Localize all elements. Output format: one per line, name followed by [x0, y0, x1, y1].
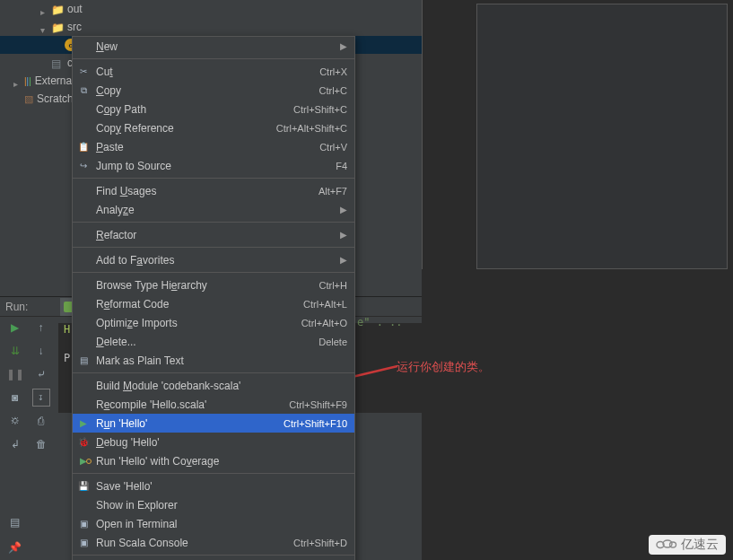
pin-icon[interactable]: 📌 — [6, 538, 24, 556]
menu-item-jump[interactable]: ↪Jump to SourceF4 — [73, 156, 354, 175]
scroll-button[interactable]: ↧ — [32, 389, 50, 407]
menu-label: Analyze — [96, 204, 340, 216]
editor-area[interactable] — [476, 4, 728, 269]
menu-item-save[interactable]: 💾Save 'Hello' — [73, 477, 354, 495]
arrow-right-icon — [13, 77, 21, 84]
menu-separator — [73, 473, 354, 474]
cloud-icon — [652, 538, 677, 553]
cut-icon: ✂ — [77, 66, 90, 78]
menu-shortcut: Ctrl+Shift+D — [293, 538, 347, 548]
submenu-arrow-icon: ▶ — [340, 205, 347, 214]
menu-item-refactor[interactable]: Refactor▶ — [73, 225, 354, 244]
menu-item-copypath[interactable]: Copy PathCtrl+Shift+C — [73, 100, 354, 118]
svg-point-4 — [670, 542, 676, 547]
menu-label: Jump to Source — [96, 160, 336, 172]
menu-label: Show in Explorer — [96, 499, 347, 512]
menu-label: Optimize Imports — [96, 317, 301, 329]
tree-item-out[interactable]: 📁 out — [0, 0, 422, 18]
save-icon: 💾 — [77, 480, 90, 493]
menu-label: Run 'Hello' with Coverage — [96, 455, 347, 468]
menu-item-reformat[interactable]: Reformat CodeCtrl+Alt+L — [73, 294, 354, 313]
menu-label: Debug 'Hello' — [96, 436, 347, 449]
menu-item-copy[interactable]: ⧉CopyCtrl+C — [73, 81, 354, 100]
menu-label: Run Scala Console — [96, 537, 293, 549]
up-button[interactable]: ↑ — [32, 319, 50, 337]
folder-icon: 📁 — [51, 4, 64, 14]
menu-item-optimize[interactable]: Optimize ImportsCtrl+Alt+O — [73, 313, 354, 332]
down-arrows-icon[interactable]: ⇊ — [6, 342, 24, 360]
menu-label: Mark as Plain Text — [96, 354, 347, 367]
menu-label: Open in Terminal — [96, 518, 347, 530]
arrow-down-icon — [40, 23, 48, 31]
menu-label: Copy Path — [96, 103, 293, 116]
menu-shortcut: Ctrl+C — [319, 85, 347, 96]
coverage-icon: ▶ — [77, 455, 90, 468]
gear-icon[interactable]: ⛭ — [6, 412, 24, 430]
menu-label: Add to Favorites — [96, 254, 340, 267]
down-button[interactable]: ↓ — [32, 342, 50, 360]
menu-item-new[interactable]: New▶ — [73, 37, 354, 56]
watermark: 亿速云 — [649, 535, 726, 555]
menu-item-cut[interactable]: ✂CutCtrl+X — [73, 62, 354, 81]
camera-icon[interactable]: ◙ — [6, 389, 24, 407]
menu-shortcut: Ctrl+Alt+O — [301, 318, 347, 328]
menu-item-explorer[interactable]: Show in Explorer — [73, 495, 354, 514]
menu-shortcut: Alt+F7 — [319, 186, 347, 197]
menu-label: Copy Reference — [96, 122, 276, 135]
tree-label: Externa — [35, 74, 72, 87]
console-string: e" . .. — [357, 316, 403, 328]
menu-shortcut: Ctrl+X — [319, 66, 347, 77]
menu-label: Save 'Hello' — [96, 480, 347, 493]
annotation-text: 运行你创建的类。 — [397, 359, 490, 375]
menu-label: Run 'Hello' — [96, 417, 284, 430]
debug-icon: 🐞 — [77, 436, 90, 449]
run-button[interactable]: ▶ — [6, 319, 24, 337]
menu-separator — [73, 272, 354, 273]
markplain-icon: ▤ — [77, 354, 90, 367]
menu-separator — [73, 178, 354, 179]
tree-label: out — [67, 3, 83, 15]
copy-icon: ⧉ — [77, 84, 90, 97]
tree-label: src — [67, 21, 82, 33]
menu-label: Paste — [96, 141, 319, 153]
pause-button[interactable]: ❚❚ — [6, 365, 24, 383]
scratch-icon: ▧ — [24, 93, 33, 105]
menu-item-delete[interactable]: Delete...Delete — [73, 332, 354, 351]
editor-panel — [422, 0, 733, 269]
print-icon[interactable]: ⎙ — [32, 412, 50, 430]
menu-item-markplain[interactable]: ▤Mark as Plain Text — [73, 351, 354, 370]
menu-label: Copy — [96, 84, 319, 97]
menu-item-coverage[interactable]: ▶Run 'Hello' with Coverage — [73, 451, 354, 470]
menu-item-terminal[interactable]: ▣Open in Terminal — [73, 514, 354, 533]
menu-item-scalaconsole[interactable]: ▣Run Scala ConsoleCtrl+Shift+D — [73, 533, 354, 552]
console-text: P — [64, 352, 70, 364]
menu-shortcut: Ctrl+V — [319, 142, 347, 153]
menu-item-copyref[interactable]: Copy ReferenceCtrl+Alt+Shift+C — [73, 118, 354, 137]
exit-icon[interactable]: ↲ — [6, 435, 24, 453]
menu-item-analyze[interactable]: Analyze▶ — [73, 200, 354, 219]
menu-item-debug[interactable]: 🐞Debug 'Hello' — [73, 433, 354, 451]
menu-label: Refactor — [96, 229, 340, 241]
menu-label: Cut — [96, 66, 319, 78]
submenu-arrow-icon: ▶ — [340, 230, 347, 240]
menu-item-paste[interactable]: 📋PasteCtrl+V — [73, 137, 354, 156]
menu-item-findusages[interactable]: Find UsagesAlt+F7 — [73, 181, 354, 200]
menu-shortcut: Ctrl+Shift+F9 — [289, 399, 347, 410]
menu-item-buildmodule[interactable]: Build Module 'codebank-scala' — [73, 376, 354, 395]
run-gutter-right: ↑ ↓ ⤶ ↧ ⎙ 🗑 — [30, 319, 52, 534]
menu-item-browseth[interactable]: Browse Type HierarchyCtrl+H — [73, 276, 354, 294]
menu-label: Delete... — [96, 336, 319, 348]
tree-item-src[interactable]: 📁 src — [0, 18, 422, 36]
menu-item-recompile[interactable]: Recompile 'Hello.scala'Ctrl+Shift+F9 — [73, 395, 354, 414]
menu-item-favorites[interactable]: Add to Favorites▶ — [73, 250, 354, 269]
collapse-icon[interactable]: ▤ — [6, 513, 24, 531]
wrap-button[interactable]: ⤶ — [32, 365, 50, 383]
run-gutter-left: ▶ ⇊ ❚❚ ◙ ⛭ ↲ — [4, 319, 26, 534]
menu-item-run[interactable]: ▶Run 'Hello'Ctrl+Shift+F10 — [73, 414, 354, 433]
menu-label: Build Module 'codebank-scala' — [96, 380, 347, 392]
menu-shortcut: F4 — [336, 161, 347, 171]
watermark-text: 亿速云 — [681, 537, 719, 553]
trash-icon[interactable]: 🗑 — [32, 435, 50, 453]
bottom-gutter: ▤ 📌 — [4, 513, 26, 556]
folder-icon: 📁 — [51, 22, 64, 32]
